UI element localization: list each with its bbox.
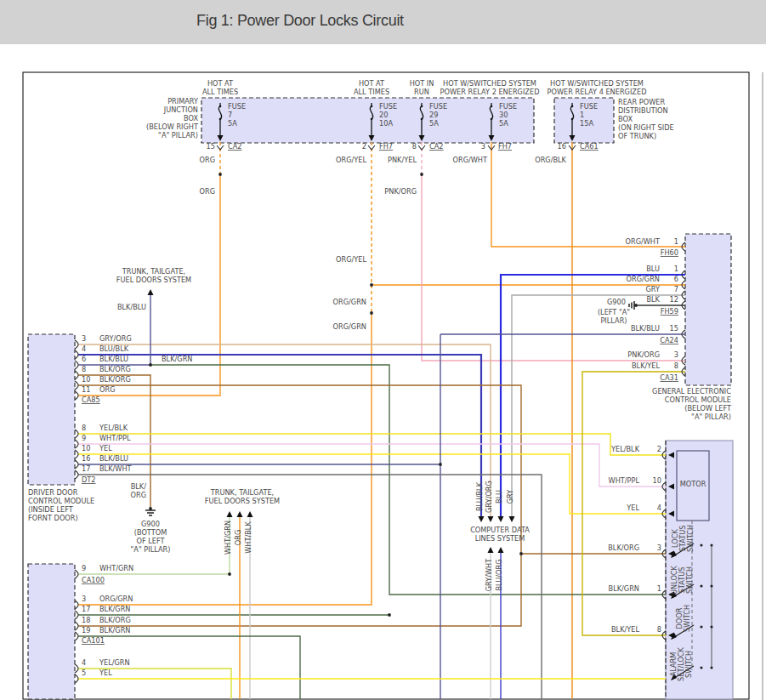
label-org-yel: ORG/YEL bbox=[336, 156, 366, 164]
label-9: 9 bbox=[82, 564, 86, 572]
general-electronic-control-module-box bbox=[685, 234, 731, 385]
label-blk-grn: BLK/GRN bbox=[609, 584, 639, 593]
label-hot-w-switched-system: HOT W/SWITCHED SYSTEMPOWER RELAY 2 ENERG… bbox=[440, 79, 540, 96]
label-blk-org: BLK/ORG bbox=[99, 616, 131, 624]
label-blk-blu: BLK/BLU bbox=[631, 324, 660, 333]
switch-contact-dot bbox=[700, 666, 702, 669]
label-17: 17 bbox=[82, 464, 90, 473]
label-15: 15 bbox=[207, 142, 215, 151]
primary-junction-box bbox=[201, 98, 534, 143]
label-8: 8 bbox=[657, 625, 661, 634]
label-yel-blk: YEL/BLK bbox=[99, 424, 128, 432]
label-dt2: DT2 bbox=[82, 475, 96, 484]
label-hot-w-switched-system: HOT W/SWITCHED SYSTEMPOWER RELAY 4 ENERG… bbox=[548, 79, 647, 96]
label-pnk-org: PNK/ORG bbox=[627, 350, 660, 359]
label-blk-yel: BLK/YEL bbox=[632, 361, 660, 370]
switch-contact-dot bbox=[710, 584, 712, 587]
label-4: 4 bbox=[82, 658, 86, 667]
label-blk-blu: BLK/BLU bbox=[117, 303, 146, 311]
junction-dot bbox=[420, 173, 423, 176]
label-org: ORG bbox=[234, 530, 242, 545]
fuse-end-dot bbox=[571, 118, 574, 121]
label-3: 3 bbox=[674, 350, 678, 359]
label-ca85: CA85 bbox=[82, 396, 100, 404]
label-11: 11 bbox=[82, 385, 90, 394]
label-2: 2 bbox=[657, 445, 661, 453]
label-12: 12 bbox=[670, 295, 678, 304]
label-ca2: CA2 bbox=[228, 142, 242, 151]
label-trunk-tailgate-: TRUNK, TAILGATE,FUEL DOORS SYSTEM bbox=[116, 267, 191, 284]
label-pnk-org: PNK/ORG bbox=[384, 187, 417, 196]
label-yel-grn: YEL/GRN bbox=[99, 658, 130, 667]
fuse-end-dot bbox=[219, 118, 222, 121]
label-org-yel: ORG/YEL bbox=[336, 255, 366, 264]
label--left-a-: (LEFT "A"PILLAR) bbox=[598, 308, 630, 325]
fuse-end-dot bbox=[491, 105, 493, 108]
label-10: 10 bbox=[653, 476, 661, 485]
fuse-end-dot bbox=[421, 105, 423, 108]
label-hot-at: HOT ATALL TIMES bbox=[202, 79, 238, 96]
label-9: 9 bbox=[82, 434, 86, 442]
label-blk-grn: BLK/GRN bbox=[99, 605, 130, 613]
label-ca101: CA101 bbox=[82, 636, 105, 645]
label-blk-grn: BLK/GRN bbox=[99, 626, 130, 635]
label-blu-blk: BLU/BLK bbox=[475, 481, 484, 511]
label-blu: BLU bbox=[495, 490, 503, 504]
label-16: 16 bbox=[558, 142, 566, 151]
label-blk-wht: BLK/WHT bbox=[99, 464, 133, 473]
label-org-grn: ORG/GRN bbox=[333, 322, 366, 331]
label-17: 17 bbox=[82, 605, 90, 613]
label-16: 16 bbox=[82, 454, 90, 463]
label-fh59: FH59 bbox=[661, 307, 678, 316]
label-wht-grn: WHT/GRN bbox=[99, 564, 133, 572]
driver-door-control-module-box bbox=[28, 334, 75, 485]
label-blk-grn: BLK/GRN bbox=[162, 355, 192, 363]
label-yel-blk: YEL/BLK bbox=[610, 445, 640, 453]
switch-contact-dot bbox=[700, 584, 702, 587]
junction-dot bbox=[149, 363, 152, 367]
label-10: 10 bbox=[82, 375, 90, 384]
label-org-blk: ORG/BLK bbox=[535, 156, 566, 164]
label-blk: BLK bbox=[646, 295, 660, 304]
label-8: 8 bbox=[82, 365, 86, 373]
label-trunk-tailgate-: TRUNK, TAILGATE,FUEL DOORS SYSTEM bbox=[205, 488, 280, 505]
label-gry: GRY bbox=[645, 285, 661, 293]
lower-left-module-box bbox=[28, 564, 75, 699]
label-blk-yel: BLK/YEL bbox=[611, 625, 639, 634]
label-gry-org: GRY/ORG bbox=[99, 334, 132, 343]
label-wht-grn: WHT/GRN bbox=[224, 521, 232, 555]
label-yel: YEL bbox=[99, 669, 112, 677]
label-gry-org: GRY/ORG bbox=[485, 481, 493, 513]
fuse-end-dot bbox=[371, 105, 373, 108]
label-motor: MOTOR bbox=[680, 480, 706, 488]
label-wht-ppl: WHT/PPL bbox=[99, 434, 131, 442]
label-wht-ppl: WHT/PPL bbox=[609, 476, 640, 485]
fuse-end-dot bbox=[371, 118, 373, 121]
junction-dot bbox=[228, 572, 231, 576]
label-blu-blk: BLU/BLK bbox=[99, 344, 129, 353]
label-3: 3 bbox=[82, 334, 86, 343]
switch-contact-dot bbox=[700, 625, 702, 628]
wiring-diagram: HOT ATALL TIMESHOT ATALL TIMESHOT INRUNH… bbox=[0, 0, 766, 700]
label-fh7: FH7 bbox=[379, 142, 393, 151]
label-blk-blu: BLK/BLU bbox=[99, 355, 128, 363]
label-4: 4 bbox=[657, 504, 661, 512]
label-19: 19 bbox=[82, 626, 90, 635]
label-org-wht: ORG/WHT bbox=[453, 156, 488, 164]
label-2: 2 bbox=[362, 142, 366, 151]
junction-dot bbox=[388, 613, 391, 617]
label-3: 3 bbox=[481, 142, 485, 151]
label-blu-org: BLU/ORG bbox=[495, 560, 503, 591]
junction-dot bbox=[370, 311, 373, 315]
label-yel: YEL bbox=[99, 444, 112, 452]
label-7: 7 bbox=[674, 285, 678, 293]
label-fh7: FH7 bbox=[498, 142, 512, 151]
fuse-end-dot bbox=[421, 118, 423, 121]
label-blk-org: BLK/ORG bbox=[608, 543, 639, 552]
label-yel: YEL bbox=[626, 504, 639, 512]
label-gry-wht: GRY/WHT bbox=[485, 558, 493, 592]
label-org: ORG bbox=[99, 385, 115, 394]
label-1: 1 bbox=[674, 265, 678, 273]
label-pnk-yel: PNK/YEL bbox=[388, 156, 417, 164]
label-blk-org: BLK/ORG bbox=[99, 365, 131, 373]
